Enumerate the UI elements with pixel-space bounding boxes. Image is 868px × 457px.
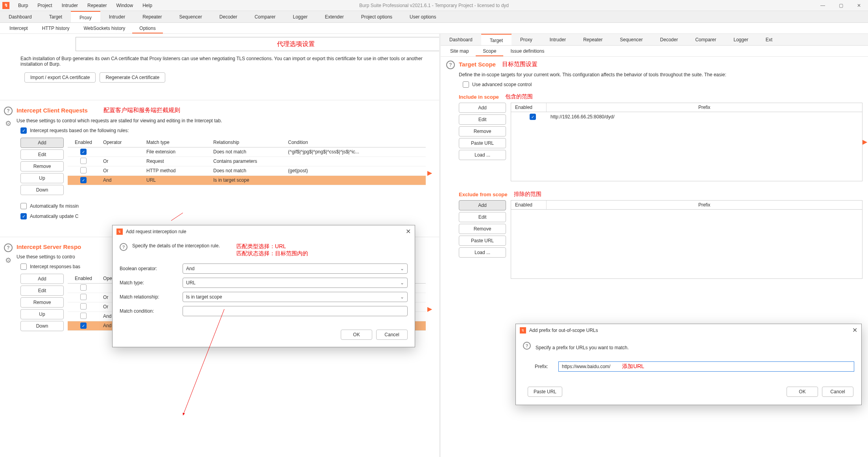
edit-button[interactable]: Edit <box>459 212 506 222</box>
regenerate-ca-button[interactable]: Regenerate CA certificate <box>100 72 165 83</box>
auto-fix-checkbox[interactable] <box>20 203 27 209</box>
table-row[interactable]: ✓File extensionDoes not match(^gif$|^jpg… <box>68 147 426 157</box>
tab-logger[interactable]: Logger <box>284 11 316 22</box>
intercept-requests-checkbox[interactable]: ✓ <box>20 127 27 134</box>
tab-logger[interactable]: Logger <box>725 34 757 45</box>
import-export-ca-button[interactable]: Import / export CA certificate <box>24 72 96 83</box>
help-icon[interactable]: ? <box>446 61 455 69</box>
paste-url-button[interactable]: Paste URL <box>459 236 506 246</box>
up-button[interactable]: Up <box>20 309 64 319</box>
cancel-button[interactable]: Cancel <box>376 330 408 340</box>
match-relationship-select[interactable]: Is in target scope⌄ <box>183 292 408 302</box>
rule-enabled-checkbox[interactable]: ✓ <box>80 322 87 329</box>
tab-target[interactable]: Target <box>41 11 71 22</box>
list-item[interactable]: ✓http://192.166.66.25:8080/dyd/ <box>511 112 862 122</box>
tab-intruder[interactable]: Intruder <box>541 34 574 45</box>
help-icon[interactable]: ? <box>120 243 127 251</box>
rule-enabled-checkbox[interactable] <box>80 284 87 291</box>
maximize-button[interactable]: ▢ <box>832 0 850 11</box>
menu-window[interactable]: Window <box>111 3 138 8</box>
auto-update-checkbox[interactable]: ✓ <box>20 213 27 219</box>
tab-sequencer[interactable]: Sequencer <box>171 11 211 22</box>
col-header[interactable]: Relationship <box>209 138 284 147</box>
table-row[interactable]: ✓AndURLIs in target scope <box>68 175 426 185</box>
include-scope-table[interactable]: Enabled Prefix ✓http://192.166.66.25:808… <box>511 103 862 181</box>
paste-url-button[interactable]: Paste URL <box>459 138 506 148</box>
help-icon[interactable]: ? <box>523 342 531 350</box>
tab-scope[interactable]: Scope <box>476 46 503 56</box>
remove-button[interactable]: Remove <box>20 297 64 308</box>
tab-intercept[interactable]: Intercept <box>2 23 35 33</box>
tab-target[interactable]: Target <box>481 34 512 45</box>
tab-user-options[interactable]: User options <box>401 11 445 22</box>
tab-sequencer[interactable]: Sequencer <box>611 34 652 45</box>
close-button[interactable]: ✕ <box>850 0 868 11</box>
ok-button[interactable]: OK <box>341 330 372 340</box>
tab-http-history[interactable]: HTTP history <box>35 23 77 33</box>
rule-enabled-checkbox[interactable] <box>80 294 87 300</box>
menu-help[interactable]: Help <box>138 3 157 8</box>
menu-project[interactable]: Project <box>33 3 57 8</box>
col-header[interactable]: Enabled <box>68 274 99 283</box>
bool-operator-select[interactable]: And⌄ <box>183 264 408 274</box>
tab-dashboard[interactable]: Dashboard <box>441 34 481 45</box>
col-header[interactable]: Operator <box>99 138 142 147</box>
rule-enabled-checkbox[interactable]: ✓ <box>80 177 87 183</box>
col-header[interactable]: Condition <box>284 138 426 147</box>
enabled-checkbox[interactable]: ✓ <box>530 114 536 120</box>
tab-repeater[interactable]: Repeater <box>574 34 611 45</box>
rule-enabled-checkbox[interactable] <box>80 303 87 310</box>
paste-url-button[interactable]: Paste URL <box>528 387 562 397</box>
menu-intruder[interactable]: Intruder <box>57 3 83 8</box>
tab-websockets-history[interactable]: WebSockets history <box>77 23 133 33</box>
table-row[interactable]: OrRequestContains parameters <box>68 157 426 166</box>
down-button[interactable]: Down <box>20 321 64 331</box>
add-button[interactable]: Add <box>459 200 506 210</box>
up-button[interactable]: Up <box>20 173 64 183</box>
tab-repeater[interactable]: Repeater <box>134 11 170 22</box>
down-button[interactable]: Down <box>20 185 64 195</box>
add-button[interactable]: Add <box>20 138 64 148</box>
advanced-scope-checkbox[interactable] <box>463 81 469 88</box>
tab-extender[interactable]: Extender <box>316 11 353 22</box>
add-button[interactable]: Add <box>20 274 64 284</box>
help-icon[interactable]: ? <box>4 107 13 115</box>
intercept-responses-checkbox[interactable] <box>20 264 27 270</box>
remove-button[interactable]: Remove <box>459 126 506 136</box>
rule-enabled-checkbox[interactable] <box>80 158 87 164</box>
tab-dashboard[interactable]: Dashboard <box>0 11 41 22</box>
match-condition-input[interactable] <box>183 306 408 316</box>
gear-icon[interactable]: ⚙ <box>4 119 13 128</box>
match-type-select[interactable]: URL⌄ <box>183 278 408 288</box>
close-icon[interactable]: ✕ <box>852 326 857 334</box>
tab-issue-definitions[interactable]: Issue definitions <box>503 46 551 56</box>
tab-comparer[interactable]: Comparer <box>246 11 284 22</box>
tab-project-options[interactable]: Project options <box>353 11 401 22</box>
col-header[interactable]: Match type <box>142 138 209 147</box>
tab-proxy[interactable]: Proxy <box>512 34 541 45</box>
rule-enabled-checkbox[interactable] <box>80 313 87 319</box>
load--button[interactable]: Load ... <box>459 247 506 258</box>
tab-options[interactable]: Options <box>132 23 163 33</box>
add-button[interactable]: Add <box>459 103 506 113</box>
tab-proxy[interactable]: Proxy <box>71 11 100 22</box>
menu-burp[interactable]: Burp <box>13 3 33 8</box>
prefix-input[interactable]: https://www.baidu.com/ 添加URL <box>558 361 854 372</box>
table-row[interactable]: OrHTTP methodDoes not match(get|post) <box>68 166 426 175</box>
edit-button[interactable]: Edit <box>20 286 64 296</box>
tab-ext[interactable]: Ext <box>757 34 781 45</box>
remove-button[interactable]: Remove <box>20 161 64 171</box>
client-rules-table[interactable]: EnabledOperatorMatch typeRelationshipCon… <box>68 138 426 185</box>
cancel-button[interactable]: Cancel <box>822 387 853 397</box>
exclude-scope-table[interactable]: Enabled Prefix <box>511 200 862 279</box>
menu-repeater[interactable]: Repeater <box>83 3 111 8</box>
help-icon[interactable]: ? <box>4 243 13 252</box>
rule-enabled-checkbox[interactable] <box>80 167 87 173</box>
tab-site-map[interactable]: Site map <box>443 46 476 56</box>
load--button[interactable]: Load ... <box>459 150 506 160</box>
ok-button[interactable]: OK <box>787 387 818 397</box>
col-header[interactable]: Enabled <box>68 138 99 147</box>
remove-button[interactable]: Remove <box>459 224 506 234</box>
rule-enabled-checkbox[interactable]: ✓ <box>80 149 87 155</box>
tab-comparer[interactable]: Comparer <box>687 34 725 45</box>
